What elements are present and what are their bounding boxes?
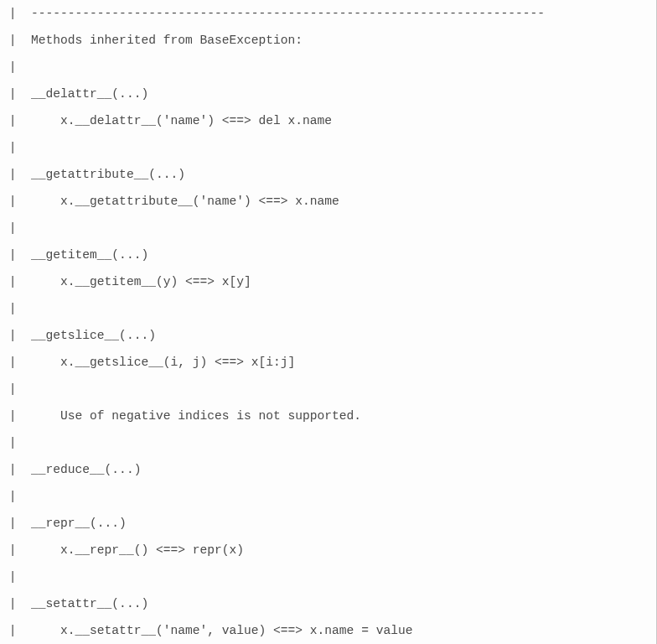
- doc-line: | __getslice__(...): [2, 322, 654, 349]
- doc-line: | x.__getitem__(y) <==> x[y]: [2, 268, 654, 295]
- doc-line: | x.__getattribute__('name') <==> x.name: [2, 188, 654, 215]
- doc-line: |: [2, 376, 654, 402]
- doc-line: |: [2, 483, 654, 510]
- doc-line: | __reduce__(...): [2, 456, 654, 483]
- doc-line: | __delattr__(...): [2, 80, 654, 107]
- doc-line: | x.__delattr__('name') <==> del x.name: [2, 107, 654, 134]
- doc-line: | __getattribute__(...): [2, 161, 654, 188]
- doc-line: | x.__getslice__(i, j) <==> x[i:j]: [2, 349, 654, 376]
- doc-line: |: [2, 215, 654, 242]
- doc-line: |: [2, 295, 654, 322]
- doc-line: |: [2, 564, 654, 590]
- python-help-output: | --------------------------------------…: [0, 0, 657, 644]
- doc-line: | x.__repr__() <==> repr(x): [2, 537, 654, 564]
- doc-line: | --------------------------------------…: [2, 0, 654, 27]
- doc-line: | Methods inherited from BaseException:: [2, 27, 654, 54]
- doc-line: | __getitem__(...): [2, 242, 654, 268]
- doc-line: | __repr__(...): [2, 510, 654, 537]
- doc-line: |: [2, 54, 654, 80]
- doc-line: | Use of negative indices is not support…: [2, 402, 654, 429]
- doc-line: | x.__setattr__('name', value) <==> x.na…: [2, 617, 654, 644]
- doc-line: |: [2, 134, 654, 161]
- doc-line: | __setattr__(...): [2, 590, 654, 617]
- doc-line: |: [2, 429, 654, 456]
